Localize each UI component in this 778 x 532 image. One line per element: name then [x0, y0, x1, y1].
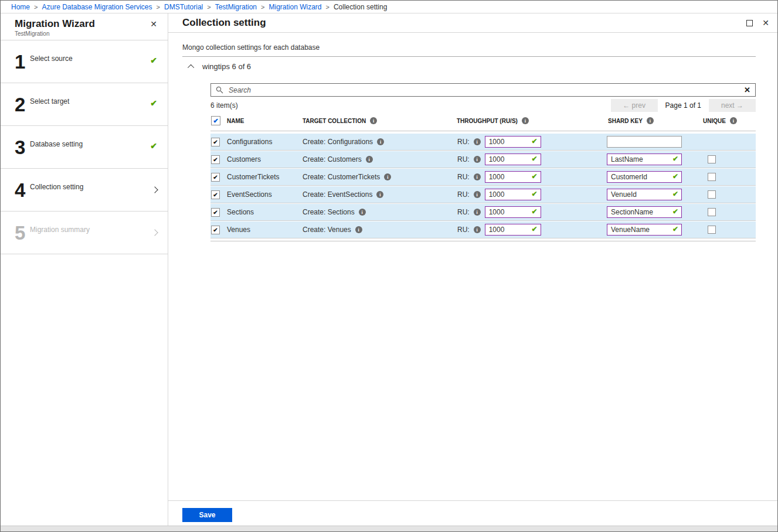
shard-key-input[interactable]: [607, 171, 682, 183]
row-checkbox[interactable]: [211, 155, 220, 164]
collection-name: CustomerTickets: [227, 173, 301, 181]
breadcrumb-current: Collection setting: [334, 3, 387, 11]
select-all-checkbox[interactable]: [211, 116, 220, 125]
throughput-input[interactable]: [485, 136, 541, 148]
info-icon[interactable]: i: [377, 138, 384, 145]
step-complete-check-icon: ✔: [150, 56, 157, 65]
wizard-subtitle: TestMigration: [15, 30, 158, 37]
throughput-input[interactable]: [485, 154, 541, 165]
info-icon[interactable]: i: [730, 117, 737, 124]
unique-checkbox[interactable]: [708, 190, 716, 199]
shard-key-input[interactable]: [607, 154, 682, 165]
info-icon[interactable]: i: [474, 173, 481, 180]
breadcrumb-testmigration[interactable]: TestMigration: [215, 3, 257, 11]
info-icon[interactable]: i: [359, 209, 366, 216]
step-select-target[interactable]: 2 Select target ✔: [1, 83, 168, 126]
info-icon[interactable]: i: [474, 209, 481, 216]
step-label: Select source: [30, 54, 73, 63]
step-number: 4: [15, 180, 25, 200]
wizard-sidebar: Migration Wizard TestMigration ✕ 1 Selec…: [1, 13, 168, 526]
breadcrumb-separator: >: [207, 4, 210, 11]
info-icon[interactable]: i: [366, 156, 373, 163]
collection-setting-panel: Collection setting ✕ Mongo collection se…: [168, 13, 777, 526]
unique-checkbox[interactable]: [708, 155, 716, 163]
info-icon[interactable]: i: [647, 117, 654, 124]
row-checkbox[interactable]: [211, 173, 220, 182]
table-bottom-divider: [210, 241, 756, 241]
step-collection-setting[interactable]: 4 Collection setting: [1, 169, 168, 212]
info-icon[interactable]: i: [384, 173, 391, 180]
column-header-shard-key: SHARD KEY: [608, 118, 643, 124]
shard-key-input[interactable]: [607, 224, 682, 236]
unique-checkbox[interactable]: [708, 226, 716, 234]
next-page-button[interactable]: next →: [709, 99, 756, 112]
step-select-source[interactable]: 1 Select source ✔: [1, 40, 168, 83]
collection-name: Venues: [227, 226, 301, 234]
panel-header: Collection setting ✕: [168, 13, 777, 33]
throughput-input[interactable]: [485, 171, 541, 183]
breadcrumb-dms-services[interactable]: Azure Database Migration Services: [42, 3, 152, 11]
info-icon[interactable]: i: [376, 191, 383, 198]
chevron-right-icon: [151, 229, 158, 236]
collection-name: Customers: [227, 155, 301, 163]
close-icon[interactable]: ✕: [148, 18, 159, 30]
section-label: Mongo collection settings for each datab…: [182, 43, 756, 57]
throughput-input[interactable]: [485, 206, 541, 218]
step-number: 2: [15, 95, 25, 114]
shard-key-input[interactable]: [607, 136, 682, 148]
info-icon[interactable]: i: [474, 138, 481, 145]
throughput-input[interactable]: [485, 224, 541, 236]
step-number: 5: [15, 223, 25, 243]
info-icon[interactable]: i: [522, 117, 529, 124]
info-icon[interactable]: i: [355, 226, 362, 233]
breadcrumb-separator: >: [261, 4, 264, 11]
close-icon[interactable]: ✕: [762, 19, 769, 27]
unique-checkbox[interactable]: [708, 208, 716, 216]
target-collection-value: Create: EventSections: [303, 190, 372, 199]
row-checkbox[interactable]: [211, 226, 220, 234]
page-title: Collection setting: [182, 17, 746, 29]
info-icon[interactable]: i: [370, 117, 377, 124]
save-button[interactable]: Save: [182, 508, 232, 522]
shard-key-input[interactable]: [607, 206, 682, 218]
collection-name: Sections: [227, 208, 301, 216]
breadcrumb-migration-wizard[interactable]: Migration Wizard: [269, 3, 321, 11]
column-header-unique: UNIQUE: [703, 118, 726, 124]
shard-key-input[interactable]: [607, 189, 682, 200]
prev-page-button[interactable]: ← prev: [611, 99, 658, 112]
row-checkbox[interactable]: [211, 138, 220, 146]
ru-label: RU:: [457, 155, 470, 163]
breadcrumb-home[interactable]: Home: [11, 3, 30, 11]
info-icon[interactable]: i: [474, 226, 481, 233]
step-number: 3: [15, 138, 25, 157]
step-migration-summary: 5 Migration summary: [1, 212, 168, 254]
column-header-throughput: THROUGHPUT (RU/S): [457, 118, 518, 124]
info-icon[interactable]: i: [474, 191, 481, 198]
panel-body: Mongo collection settings for each datab…: [168, 33, 777, 500]
search-icon: [216, 86, 223, 94]
table-header-row: NAME TARGET COLLECTIONi THROUGHPUT (RU/S…: [210, 116, 756, 131]
chevron-right-icon: [151, 186, 158, 193]
breadcrumb: Home > Azure Database Migration Services…: [1, 1, 777, 13]
target-collection-value: Create: Venues: [303, 226, 351, 234]
unique-checkbox[interactable]: [708, 173, 716, 181]
breadcrumb-separator: >: [326, 4, 329, 11]
clear-search-icon[interactable]: ✕: [739, 86, 755, 94]
target-collection-value: Create: CustomerTickets: [303, 173, 380, 181]
table-row-sections: Sections Create: Sectionsi RU: i: [210, 204, 756, 221]
column-header-name: NAME: [227, 118, 301, 124]
collection-name: Configurations: [227, 138, 301, 146]
maximize-icon[interactable]: [746, 20, 753, 26]
breadcrumb-dmstutorial[interactable]: DMSTutorial: [164, 3, 203, 11]
breadcrumb-separator: >: [157, 4, 160, 11]
row-checkbox[interactable]: [211, 208, 220, 217]
database-group-title: wingtips 6 of 6: [202, 62, 251, 71]
database-group-header[interactable]: wingtips 6 of 6: [182, 62, 756, 71]
panel-footer: Save: [168, 500, 777, 526]
step-database-setting[interactable]: 3 Database setting ✔: [1, 126, 168, 169]
search-input[interactable]: [229, 86, 739, 94]
row-checkbox[interactable]: [211, 190, 220, 199]
table-row-customers: Customers Create: Customersi RU: i: [210, 151, 756, 168]
throughput-input[interactable]: [485, 189, 541, 200]
info-icon[interactable]: i: [474, 156, 481, 163]
